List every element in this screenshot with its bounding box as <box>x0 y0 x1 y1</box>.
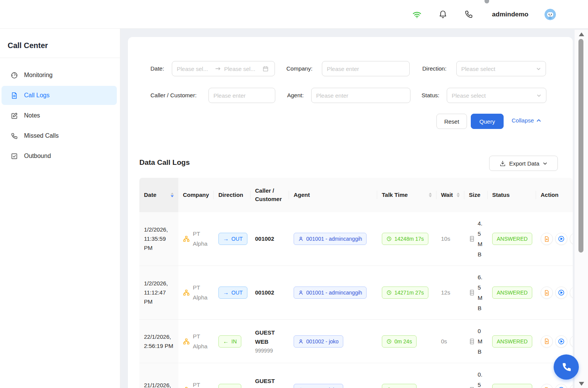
edit-icon <box>11 112 18 119</box>
company-input[interactable] <box>327 66 405 72</box>
caller-input[interactable] <box>213 92 270 99</box>
cell-agent: 001002 - joko <box>289 363 377 388</box>
notification-bell-icon[interactable] <box>438 10 448 19</box>
table-row: 1/2/2026, 11:35:59 PM <box>139 212 573 266</box>
gauge-icon <box>11 72 18 79</box>
clock-icon <box>386 236 392 241</box>
sort-icon <box>429 193 432 197</box>
cell-direction: ← IN <box>214 320 250 363</box>
sidebar-item-call-logs[interactable]: Call Logs <box>2 86 117 105</box>
column-header-wait[interactable]: Wait <box>436 178 464 212</box>
chevron-down-icon <box>536 93 541 98</box>
direction-tag: → OUT <box>218 233 247 245</box>
add-note-button[interactable] <box>541 287 553 299</box>
direction-tag: ← IN <box>218 335 241 348</box>
agent-tag: 001001 - admincanggih <box>294 287 367 299</box>
user-icon <box>298 290 304 295</box>
cell-direction: ← IN <box>214 363 250 388</box>
sidebar-title: Call Center <box>0 29 120 58</box>
download-icon <box>499 160 506 167</box>
talk-time-tag: 14248m 17s <box>382 233 428 245</box>
sidebar-item-label: Monitoring <box>24 72 53 79</box>
database-icon <box>469 386 475 388</box>
phone-icon[interactable] <box>464 10 474 19</box>
user-icon <box>298 339 304 344</box>
call-logs-table: Date Company Direction Caller / Customer… <box>139 178 573 388</box>
chevron-up-icon <box>536 118 541 123</box>
more-action-button[interactable] <box>570 287 573 299</box>
direction-select[interactable]: Please select <box>456 61 546 76</box>
column-header-direction: Direction <box>214 178 250 212</box>
query-button[interactable]: Query <box>471 114 504 129</box>
scrollbar-up-arrow-icon[interactable] <box>579 32 584 36</box>
status-badge: ANSWERED <box>492 287 532 299</box>
sidebar-item-label: Notes <box>24 112 40 119</box>
agent-field[interactable] <box>311 88 410 103</box>
sidebar-item-notes[interactable]: Notes <box>2 106 117 125</box>
cell-date: 21/1/2026, 10:16:57 <box>139 363 178 388</box>
add-note-button[interactable] <box>541 384 553 388</box>
cell-status: ANSWERED <box>488 266 536 319</box>
date-start-input[interactable] <box>177 66 212 72</box>
date-range-picker[interactable] <box>172 61 275 76</box>
cell-wait: 12s <box>436 266 464 319</box>
more-action-button[interactable] <box>570 233 573 245</box>
date-end-input[interactable] <box>224 66 259 72</box>
cell-wait: 10s <box>436 212 464 266</box>
sidebar-item-outbound[interactable]: Outbound <box>2 147 117 166</box>
talk-time-tag: 0m 24s <box>382 384 417 388</box>
reset-button[interactable]: Reset <box>436 114 467 129</box>
company-label: Company: <box>286 61 312 76</box>
cell-company: PT Alpha <box>178 363 214 388</box>
table-body: 1/2/2026, 11:35:59 PM <box>139 212 573 388</box>
clock-icon <box>386 339 392 344</box>
agent-tag: 001002 - joko <box>294 384 343 388</box>
export-data-button[interactable]: Export Data <box>489 156 558 171</box>
sidebar-item-missed-calls[interactable]: Missed Calls <box>2 126 117 145</box>
cell-status: ANSWERED <box>488 363 536 388</box>
column-header-company: Company <box>178 178 214 212</box>
status-select[interactable]: Please select <box>447 88 546 103</box>
avatar[interactable] <box>544 9 556 20</box>
company-cluster-icon <box>183 289 190 296</box>
direction-label: Direction: <box>422 61 446 76</box>
cell-agent: 001001 - admincanggih <box>289 266 377 319</box>
company-cluster-icon <box>183 338 190 345</box>
cell-action <box>536 212 573 266</box>
play-recording-button[interactable] <box>555 233 567 245</box>
status-badge: ANSWERED <box>492 335 532 348</box>
company-field[interactable] <box>322 61 410 76</box>
column-header-action: Action <box>536 178 573 212</box>
username[interactable]: admindemo <box>492 11 528 18</box>
top-bar: admindemo <box>0 0 588 29</box>
cell-wait: 0s <box>436 363 464 388</box>
talk-time-tag: 0m 24s <box>382 335 417 348</box>
sidebar-item-monitoring[interactable]: Monitoring <box>2 66 117 85</box>
add-note-button[interactable] <box>541 335 553 348</box>
collapse-link[interactable]: Collapse <box>512 117 541 124</box>
cell-caller-customer: GUEST WEB 999999 <box>250 320 289 363</box>
agent-input[interactable] <box>316 92 405 99</box>
scrollbar-thumb[interactable] <box>578 39 583 253</box>
play-recording-button[interactable] <box>555 287 567 299</box>
scrollbar-down-arrow-icon[interactable] <box>579 382 584 386</box>
new-call-fab[interactable] <box>554 354 579 380</box>
play-recording-button[interactable] <box>555 335 567 348</box>
filter-panel: Date: Company: Direction: <box>128 37 573 136</box>
add-note-button[interactable] <box>541 233 553 245</box>
status-badge: ANSWERED <box>492 233 532 245</box>
cell-talk-time: 14248m 17s <box>377 212 436 266</box>
more-action-button[interactable] <box>570 384 573 388</box>
cell-size: 6.5MB <box>464 266 488 319</box>
caller-field[interactable] <box>208 88 275 103</box>
date-label: Date: <box>150 61 164 76</box>
column-header-date[interactable]: Date <box>139 178 178 212</box>
more-action-button[interactable] <box>570 335 573 348</box>
cell-caller-customer: 001002 <box>250 266 289 319</box>
column-header-talk-time[interactable]: Talk Time <box>377 178 436 212</box>
play-recording-button[interactable] <box>555 384 567 388</box>
cell-size: 0.5MB <box>464 363 488 388</box>
table-title: Data Call Logs <box>139 158 190 167</box>
phone-icon <box>11 132 18 140</box>
cell-talk-time: 0m 24s <box>377 363 436 388</box>
